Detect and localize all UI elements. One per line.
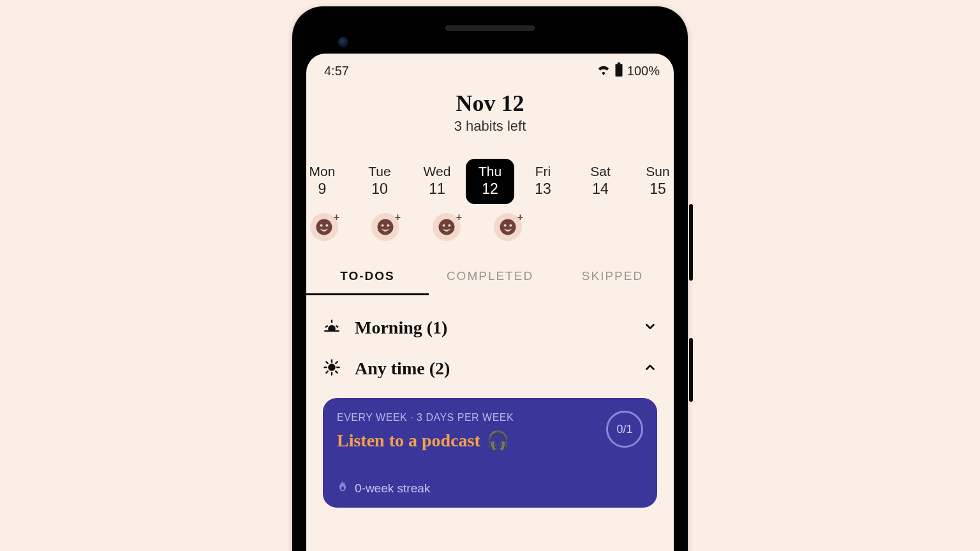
sections: Morning (1) Any time (2) EVERY W (306, 296, 674, 508)
svg-point-10 (448, 224, 450, 227)
mood-add-button[interactable]: + (310, 213, 338, 241)
chevron-up-icon (643, 360, 657, 377)
habits-left: 3 habits left (306, 118, 674, 135)
day-cell[interactable]: Wed11 (408, 159, 466, 204)
mood-add-button[interactable]: + (433, 213, 461, 241)
day-number: 9 (306, 180, 348, 198)
day-number: 13 (517, 180, 569, 198)
svg-point-12 (504, 224, 507, 227)
day-cell[interactable]: Sun15 (629, 159, 674, 204)
svg-rect-19 (324, 330, 339, 332)
mood-add-button[interactable]: + (494, 213, 522, 241)
chevron-down-icon (643, 320, 657, 336)
speaker-grille (445, 26, 535, 31)
status-bar: 4:57 100% (306, 54, 674, 84)
tab-todos[interactable]: TO-DOS (306, 263, 429, 295)
habit-progress-text: 0/1 (616, 423, 632, 436)
svg-rect-16 (331, 320, 332, 323)
habit-card[interactable]: EVERY WEEK · 3 DAYS PER WEEK Listen to a… (323, 398, 657, 508)
sun-icon (323, 358, 341, 379)
day-cell[interactable]: Tue10 (351, 159, 408, 204)
status-time: 4:57 (324, 64, 349, 78)
day-number: 12 (468, 180, 512, 198)
sunrise-icon (323, 318, 341, 338)
mood-row: ++++ (306, 209, 674, 247)
habit-frequency: EVERY WEEK · 3 DAYS PER WEEK (337, 412, 643, 423)
flame-icon (337, 480, 348, 496)
phone-frame: 4:57 100% Nov 12 3 habits left Mon9Tue10… (292, 6, 688, 551)
mood-add-button[interactable]: + (371, 213, 399, 241)
tab-completed[interactable]: COMPLETED (429, 263, 551, 295)
day-of-week: Fri (517, 164, 569, 179)
svg-point-2 (316, 219, 332, 235)
day-of-week: Tue (353, 164, 406, 179)
day-of-week: Thu (468, 164, 512, 179)
day-number: 15 (632, 180, 674, 198)
plus-icon: + (334, 212, 339, 223)
svg-rect-0 (618, 62, 620, 64)
svg-point-6 (382, 224, 384, 227)
day-of-week: Sun (632, 164, 674, 179)
headphones-icon: 🎧 (487, 430, 509, 451)
date-title: Nov 12 (306, 90, 674, 117)
svg-rect-1 (615, 64, 622, 77)
wifi-icon (597, 64, 611, 78)
day-cell[interactable]: Thu12 (466, 159, 514, 204)
habit-title-text: Listen to a podcast (337, 430, 480, 451)
battery-percent: 100% (627, 64, 660, 78)
plus-icon: + (517, 212, 523, 223)
section-title: Any time (2) (355, 358, 450, 379)
svg-point-9 (443, 224, 445, 227)
svg-rect-17 (325, 325, 328, 328)
tabs: TO-DOS COMPLETED SKIPPED (306, 263, 674, 296)
svg-point-3 (320, 224, 323, 227)
svg-point-20 (329, 364, 334, 370)
side-button (689, 338, 693, 402)
svg-line-28 (336, 362, 338, 364)
svg-line-25 (326, 362, 328, 364)
plus-icon: + (395, 212, 401, 223)
screen: 4:57 100% Nov 12 3 habits left Mon9Tue10… (306, 54, 674, 551)
tab-skipped[interactable]: SKIPPED (551, 263, 674, 295)
habit-progress-ring[interactable]: 0/1 (606, 411, 643, 448)
day-cell[interactable]: Fri13 (514, 159, 572, 204)
side-button (689, 204, 693, 281)
day-of-week: Wed (411, 164, 463, 179)
header: Nov 12 3 habits left (306, 84, 674, 140)
plus-icon: + (456, 212, 462, 223)
day-number: 14 (574, 180, 627, 198)
habit-title: Listen to a podcast 🎧 (337, 430, 643, 451)
week-strip[interactable]: Mon9Tue10Wed11Thu12Fri13Sat14Sun15 (306, 140, 674, 209)
day-cell[interactable]: Mon9 (306, 159, 351, 204)
front-camera (338, 37, 348, 47)
svg-point-7 (387, 224, 389, 227)
section-anytime[interactable]: Any time (2) (323, 348, 657, 389)
habit-streak-text: 0-week streak (355, 481, 430, 496)
svg-rect-18 (336, 325, 339, 328)
section-morning[interactable]: Morning (1) (323, 307, 657, 348)
svg-point-8 (439, 219, 455, 235)
habit-streak: 0-week streak (337, 480, 643, 496)
battery-icon (614, 62, 623, 80)
svg-point-4 (325, 224, 328, 227)
day-number: 10 (353, 180, 406, 198)
svg-line-27 (326, 371, 328, 373)
svg-point-11 (500, 219, 516, 235)
day-number: 11 (411, 180, 463, 198)
day-of-week: Mon (306, 164, 348, 179)
day-cell[interactable]: Sat14 (572, 159, 629, 204)
svg-point-5 (378, 219, 394, 235)
section-title: Morning (1) (355, 318, 447, 338)
svg-point-13 (509, 224, 512, 227)
svg-line-26 (336, 371, 338, 373)
day-of-week: Sat (574, 164, 627, 179)
status-right: 100% (597, 62, 660, 80)
